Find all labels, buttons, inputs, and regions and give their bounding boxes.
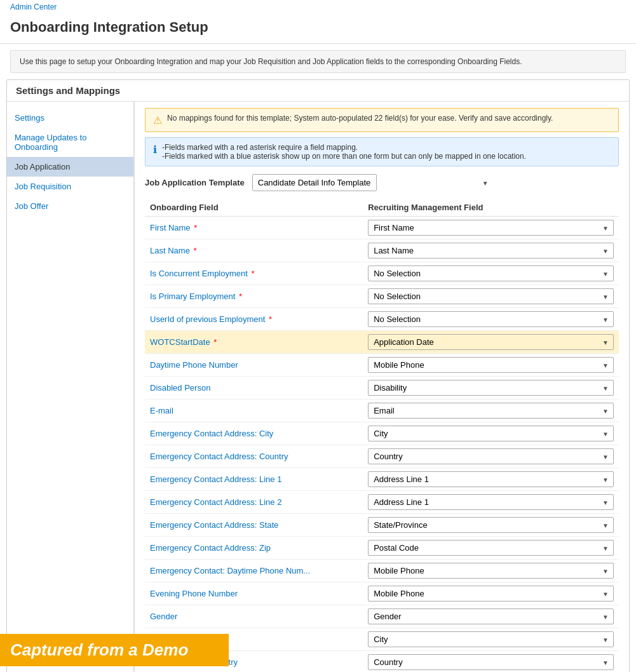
recruiting-field-select[interactable]: No SelectionFirst NameLast NameApplicati… xyxy=(368,220,614,236)
field-select-wrapper: No SelectionFirst NameLast NameApplicati… xyxy=(368,403,614,419)
field-select-wrapper: No SelectionFirst NameLast NameApplicati… xyxy=(368,631,614,647)
info-text: -Fields marked with a red asterisk requi… xyxy=(162,143,526,161)
required-asterisk-red: * xyxy=(249,269,255,278)
table-row: Emergency Contact Address: CountryNo Sel… xyxy=(145,445,619,468)
field-select-wrapper: No SelectionFirst NameLast NameApplicati… xyxy=(368,654,614,670)
template-label: Job Application Template xyxy=(145,178,245,187)
recruiting-field-select[interactable]: No SelectionFirst NameLast NameApplicati… xyxy=(368,380,614,396)
onboarding-field-label: Emergency Contact Address: Country xyxy=(150,452,288,461)
table-row: WOTCStartDate *No SelectionFirst NameLas… xyxy=(145,331,619,354)
table-row: Emergency Contact: Daytime Phone Num...N… xyxy=(145,560,619,582)
onboarding-field-label: Is Concurrent Employment xyxy=(150,269,248,278)
table-row: Is Concurrent Employment *No SelectionFi… xyxy=(145,262,619,285)
field-select-wrapper: No SelectionFirst NameLast NameApplicati… xyxy=(368,563,614,579)
recruiting-field-select[interactable]: No SelectionFirst NameLast NameApplicati… xyxy=(368,494,614,510)
captured-demo-overlay: Captured from a Demo xyxy=(0,634,229,666)
recruiting-field-select[interactable]: No SelectionFirst NameLast NameApplicati… xyxy=(368,265,614,281)
onboarding-field-label: Is Primary Employment xyxy=(150,292,235,301)
field-select-wrapper: No SelectionFirst NameLast NameApplicati… xyxy=(368,243,614,259)
recruiting-field-select[interactable]: No SelectionFirst NameLast NameApplicati… xyxy=(368,448,614,464)
recruiting-field-select[interactable]: No SelectionFirst NameLast NameApplicati… xyxy=(368,631,614,647)
onboarding-field-label: Disabled Person xyxy=(150,383,210,393)
field-select-wrapper: No SelectionFirst NameLast NameApplicati… xyxy=(368,448,614,464)
field-select-wrapper: No SelectionFirst NameLast NameApplicati… xyxy=(368,426,614,441)
warning-text: No mappings found for this template; Sys… xyxy=(167,114,553,123)
onboarding-field-label: WOTCStartDate xyxy=(150,337,210,347)
field-select-wrapper: No SelectionFirst NameLast NameApplicati… xyxy=(368,357,614,373)
recruiting-field-select[interactable]: No SelectionFirst NameLast NameApplicati… xyxy=(368,288,614,304)
left-nav: SettingsManage Updates to OnboardingJob … xyxy=(7,102,134,672)
onboarding-field-label: First Name xyxy=(150,223,191,232)
breadcrumb-link[interactable]: Admin Center xyxy=(10,3,57,11)
recruiting-field-select[interactable]: No SelectionFirst NameLast NameApplicati… xyxy=(368,243,614,259)
page-wrapper: Admin Center Onboarding Integration Setu… xyxy=(0,0,636,672)
recruiting-field-select[interactable]: No SelectionFirst NameLast NameApplicati… xyxy=(368,471,614,487)
field-select-wrapper: No SelectionFirst NameLast NameApplicati… xyxy=(368,265,614,281)
onboarding-field-label: Emergency Contact Address: Line 2 xyxy=(150,497,281,507)
onboarding-field-label: Daytime Phone Number xyxy=(150,360,238,370)
recruiting-field-select[interactable]: No SelectionFirst NameLast NameApplicati… xyxy=(368,586,614,601)
col-header-onboarding: Onboarding Field xyxy=(145,199,363,217)
onboarding-field-label: Emergency Contact Address: Line 1 xyxy=(150,474,281,484)
required-asterisk-red: * xyxy=(192,223,198,232)
field-select-wrapper: No SelectionFirst NameLast NameApplicati… xyxy=(368,608,614,624)
onboarding-field-label: Emergency Contact Address: City xyxy=(150,429,273,438)
settings-mappings-title: Settings and Mappings xyxy=(7,80,629,102)
onboarding-field-label: Last Name xyxy=(150,246,190,255)
recruiting-field-select[interactable]: No SelectionFirst NameLast NameApplicati… xyxy=(368,654,614,670)
required-asterisk-red: * xyxy=(236,292,242,301)
table-row: Disabled PersonNo SelectionFirst NameLas… xyxy=(145,377,619,400)
field-select-wrapper: No SelectionFirst NameLast NameApplicati… xyxy=(368,380,614,396)
table-row: Is Primary Employment *No SelectionFirst… xyxy=(145,285,619,308)
onboarding-field-label: Emergency Contact: Daytime Phone Num... xyxy=(150,566,310,575)
table-row: GenderNo SelectionFirst NameLast NameApp… xyxy=(145,605,619,628)
recruiting-field-select[interactable]: No SelectionFirst NameLast NameApplicati… xyxy=(368,608,614,624)
col-header-recruiting: Recruiting Management Field xyxy=(363,199,619,217)
table-row: Emergency Contact Address: Line 1No Sele… xyxy=(145,468,619,491)
field-select-wrapper: No SelectionFirst NameLast NameApplicati… xyxy=(368,517,614,533)
info-icon: ℹ xyxy=(153,144,157,156)
breadcrumb[interactable]: Admin Center xyxy=(0,0,636,14)
right-panel: ⚠ No mappings found for this template; S… xyxy=(134,102,629,672)
field-select-wrapper: No SelectionFirst NameLast NameApplicati… xyxy=(368,586,614,601)
template-select[interactable]: Candidate Detail Info Template xyxy=(252,174,377,191)
onboarding-field-label: Evening Phone Number xyxy=(150,589,238,598)
field-select-wrapper: No SelectionFirst NameLast NameApplicati… xyxy=(368,494,614,510)
table-row: Evening Phone NumberNo SelectionFirst Na… xyxy=(145,582,619,605)
table-row: UserId of previous Employment *No Select… xyxy=(145,308,619,331)
page-title: Onboarding Integration Setup xyxy=(0,14,636,44)
field-select-wrapper: No SelectionFirst NameLast NameApplicati… xyxy=(368,540,614,556)
sidebar-item-settings[interactable]: Settings xyxy=(7,108,133,128)
recruiting-field-select[interactable]: No SelectionFirst NameLast NameApplicati… xyxy=(368,403,614,419)
info-box: ℹ -Fields marked with a red asterisk req… xyxy=(145,137,619,166)
fields-table: Onboarding Field Recruiting Management F… xyxy=(145,199,619,672)
table-row: Emergency Contact Address: StateNo Selec… xyxy=(145,514,619,537)
field-select-wrapper: No SelectionFirst NameLast NameApplicati… xyxy=(368,288,614,304)
onboarding-field-label: Emergency Contact Address: Zip xyxy=(150,543,271,553)
required-asterisk-red: * xyxy=(191,246,197,255)
onboarding-field-label: E-mail xyxy=(150,406,173,415)
sidebar-item-job-requisition[interactable]: Job Requisition xyxy=(7,177,133,196)
table-row: Last Name *No SelectionFirst NameLast Na… xyxy=(145,239,619,262)
recruiting-field-select[interactable]: No SelectionFirst NameLast NameApplicati… xyxy=(368,517,614,533)
table-row: Emergency Contact Address: ZipNo Selecti… xyxy=(145,537,619,560)
sidebar-item-manage-updates-to-onboarding[interactable]: Manage Updates to Onboarding xyxy=(7,128,133,157)
field-select-wrapper: No SelectionFirst NameLast NameApplicati… xyxy=(368,220,614,236)
recruiting-field-select[interactable]: No SelectionFirst NameLast NameApplicati… xyxy=(368,311,614,327)
recruiting-field-select[interactable]: No SelectionFirst NameLast NameApplicati… xyxy=(368,357,614,373)
onboarding-field-label: Gender xyxy=(150,612,177,621)
field-select-wrapper: No SelectionFirst NameLast NameApplicati… xyxy=(368,471,614,487)
sidebar-item-job-offer[interactable]: Job Offer xyxy=(7,196,133,216)
table-row: First Name *No SelectionFirst NameLast N… xyxy=(145,217,619,239)
warning-icon: ⚠ xyxy=(153,114,162,126)
recruiting-field-select[interactable]: No SelectionFirst NameLast NameApplicati… xyxy=(368,540,614,556)
recruiting-field-select[interactable]: No SelectionFirst NameLast NameApplicati… xyxy=(368,334,614,350)
sidebar-item-job-application[interactable]: Job Application xyxy=(7,157,133,177)
field-select-wrapper: No SelectionFirst NameLast NameApplicati… xyxy=(368,311,614,327)
table-row: Emergency Contact Address: CityNo Select… xyxy=(145,422,619,445)
recruiting-field-select[interactable]: No SelectionFirst NameLast NameApplicati… xyxy=(368,426,614,441)
required-asterisk-red: * xyxy=(212,337,217,347)
field-select-wrapper: No SelectionFirst NameLast NameApplicati… xyxy=(368,334,614,350)
table-row: Emergency Contact Address: Line 2No Sele… xyxy=(145,491,619,514)
recruiting-field-select[interactable]: No SelectionFirst NameLast NameApplicati… xyxy=(368,563,614,579)
